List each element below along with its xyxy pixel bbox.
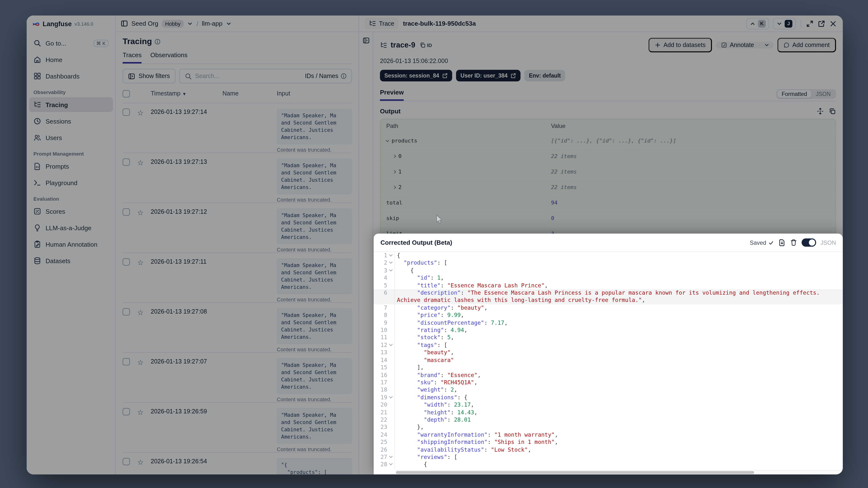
line-gutter[interactable]: 26: [374, 446, 395, 454]
corrected-output-title: Corrected Output (Beta): [380, 239, 452, 246]
code-line-content: "description": "The Essence Mascara Lash…: [395, 289, 843, 304]
line-gutter[interactable]: 21: [374, 409, 395, 416]
app-window: Langfuse v3.146.0 Go to... ⌘ K Home Dash…: [27, 16, 843, 475]
code-line-content: "mascara": [395, 357, 843, 364]
saved-label: Saved: [750, 239, 766, 246]
line-gutter[interactable]: 20: [374, 401, 395, 409]
line-gutter[interactable]: 24: [374, 431, 395, 439]
line-gutter[interactable]: 8: [374, 312, 395, 319]
line-gutter[interactable]: 1: [374, 252, 395, 260]
code-line[interactable]: 11 "stock": 5,: [374, 334, 843, 342]
code-line[interactable]: 28 {: [374, 461, 843, 468]
code-line-content: "category": "beauty",: [395, 304, 843, 312]
line-gutter[interactable]: 28: [374, 461, 395, 468]
line-gutter[interactable]: 2: [374, 260, 395, 267]
code-line[interactable]: 15 ],: [374, 364, 843, 371]
code-line[interactable]: 4 "id": 1,: [374, 274, 843, 282]
code-line-content: "beauty",: [395, 349, 843, 357]
code-line[interactable]: 18 "weight": 2,: [374, 387, 843, 394]
trash-icon[interactable]: [790, 239, 797, 246]
json-toggle[interactable]: [802, 238, 816, 247]
saved-status: Saved: [750, 239, 774, 246]
line-gutter[interactable]: 18: [374, 387, 395, 394]
fold-chevron-icon: [389, 253, 392, 256]
code-line-content: "availabilityStatus": "Low Stock",: [395, 446, 843, 454]
code-line-content: "stock": 5,: [395, 334, 843, 342]
code-line-content: {: [395, 252, 843, 260]
code-line-content: "title": "Essence Mascara Lash Prince",: [395, 282, 843, 289]
code-line-content: "depth": 28.01: [395, 416, 843, 424]
code-line[interactable]: 2 "products": [: [374, 260, 843, 267]
line-gutter[interactable]: 27: [374, 454, 395, 461]
code-line-content: "tags": [: [395, 342, 843, 349]
code-line[interactable]: 20 "width": 23.17,: [374, 401, 843, 409]
code-line[interactable]: 8 "price": 9.99,: [374, 312, 843, 319]
line-gutter[interactable]: 17: [374, 379, 395, 387]
code-line[interactable]: 19 "dimensions": {: [374, 394, 843, 401]
code-line[interactable]: 26 "availabilityStatus": "Low Stock",: [374, 446, 843, 454]
code-line-content: "weight": 2,: [395, 387, 843, 394]
code-line-content: "reviews": [: [395, 454, 843, 461]
code-line[interactable]: 1{: [374, 252, 843, 260]
code-line-content: "shippingInformation": "Ships in 1 month…: [395, 438, 843, 446]
line-gutter[interactable]: 25: [374, 438, 395, 446]
line-gutter[interactable]: 14: [374, 357, 395, 364]
code-line[interactable]: 25 "shippingInformation": "Ships in 1 mo…: [374, 438, 843, 446]
code-line-content: "width": 23.17,: [395, 401, 843, 409]
line-gutter[interactable]: 4: [374, 274, 395, 282]
code-line-content: "rating": 4.94,: [395, 327, 843, 334]
line-gutter[interactable]: 11: [374, 334, 395, 342]
line-gutter[interactable]: 5: [374, 282, 395, 289]
code-line[interactable]: 10 "rating": 4.94,: [374, 327, 843, 334]
code-line[interactable]: 23 },: [374, 424, 843, 431]
code-line[interactable]: 3 {: [374, 267, 843, 275]
code-line[interactable]: 7 "category": "beauty",: [374, 304, 843, 312]
code-line[interactable]: 24 "warrantyInformation": "1 month warra…: [374, 431, 843, 439]
horizontal-scrollbar[interactable]: [395, 470, 843, 475]
line-gutter[interactable]: 7: [374, 304, 395, 312]
json-toggle-label: JSON: [820, 239, 836, 246]
code-line-content: "id": 1,: [395, 274, 843, 282]
code-line[interactable]: 27 "reviews": [: [374, 454, 843, 461]
code-line[interactable]: 14 "mascara": [374, 357, 843, 364]
check-icon: [768, 240, 774, 245]
line-gutter[interactable]: 6: [374, 289, 395, 304]
code-line[interactable]: 16 "brand": "Essence",: [374, 371, 843, 379]
code-line-content: "dimensions": {: [395, 394, 843, 401]
code-line-content: {: [395, 461, 843, 468]
code-line[interactable]: 9 "discountPercentage": 7.17,: [374, 319, 843, 327]
line-gutter[interactable]: 10: [374, 327, 395, 334]
code-line-content: "warrantyInformation": "1 month warranty…: [395, 431, 843, 439]
code-line-content: {: [395, 267, 843, 275]
code-line-content: "discountPercentage": 7.17,: [395, 319, 843, 327]
mouse-cursor: [436, 215, 443, 224]
code-line-content: },: [395, 424, 843, 431]
fold-chevron-icon: [389, 261, 392, 264]
line-gutter[interactable]: 19: [374, 394, 395, 401]
line-gutter[interactable]: 3: [374, 267, 395, 275]
fold-chevron-icon: [389, 462, 392, 465]
json-code-editor[interactable]: 1{2 "products": [3 {4 "id": 1,5 "title":…: [374, 252, 843, 475]
line-gutter[interactable]: 12: [374, 342, 395, 349]
code-line[interactable]: 6 "description": "The Essence Mascara La…: [374, 289, 843, 304]
code-line[interactable]: 17 "sku": "RCH45Q1A",: [374, 379, 843, 387]
code-line[interactable]: 21 "height": 14.43,: [374, 409, 843, 416]
fold-chevron-icon: [389, 455, 392, 458]
line-gutter[interactable]: 23: [374, 424, 395, 431]
code-line[interactable]: 12 "tags": [: [374, 342, 843, 349]
fold-chevron-icon: [389, 395, 392, 398]
code-line[interactable]: 13 "beauty",: [374, 349, 843, 357]
line-gutter[interactable]: 13: [374, 349, 395, 357]
code-line[interactable]: 5 "title": "Essence Mascara Lash Prince"…: [374, 282, 843, 289]
fold-chevron-icon: [389, 268, 392, 271]
line-gutter[interactable]: 15: [374, 364, 395, 371]
line-gutter[interactable]: 16: [374, 371, 395, 379]
code-line-content: "height": 14.43,: [395, 409, 843, 416]
corrected-output-panel: Corrected Output (Beta) Saved JSON 1{2 "…: [374, 234, 843, 475]
scrollbar-thumb[interactable]: [396, 471, 754, 474]
line-gutter[interactable]: 9: [374, 319, 395, 327]
line-gutter[interactable]: 22: [374, 416, 395, 424]
code-line-content: "sku": "RCH45Q1A",: [395, 379, 843, 387]
save-file-icon[interactable]: [778, 239, 785, 246]
code-line[interactable]: 22 "depth": 28.01: [374, 416, 843, 424]
